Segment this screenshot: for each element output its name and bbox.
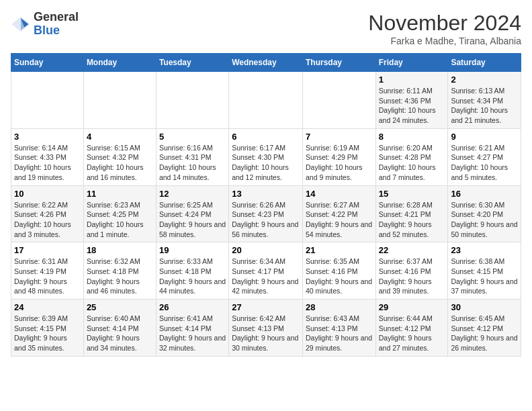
day-number: 19	[159, 245, 226, 255]
day-number: 16	[451, 189, 518, 199]
day-info: Sunrise: 6:31 AMSunset: 4:19 PMDaylight:…	[14, 257, 81, 296]
day-number: 29	[379, 302, 445, 312]
day-number: 10	[14, 189, 81, 199]
day-info: Sunrise: 6:41 AMSunset: 4:14 PMDaylight:…	[159, 314, 226, 353]
logo: General Blue	[11, 11, 79, 38]
day-info: Sunrise: 6:35 AMSunset: 4:16 PMDaylight:…	[306, 257, 373, 296]
day-number: 25	[87, 302, 153, 312]
day-info: Sunrise: 6:22 AMSunset: 4:26 PMDaylight:…	[14, 200, 81, 240]
calendar-table: SundayMondayTuesdayWednesdayThursdayFrid…	[11, 53, 521, 357]
calendar-cell: 10Sunrise: 6:22 AMSunset: 4:26 PMDayligh…	[11, 185, 84, 242]
day-info: Sunrise: 6:37 AMSunset: 4:16 PMDaylight:…	[379, 257, 445, 296]
day-number: 6	[232, 132, 300, 142]
calendar-cell: 20Sunrise: 6:34 AMSunset: 4:17 PMDayligh…	[229, 242, 303, 300]
day-info: Sunrise: 6:33 AMSunset: 4:18 PMDaylight:…	[159, 257, 226, 296]
header-saturday: Saturday	[448, 54, 521, 72]
day-number: 26	[159, 302, 226, 312]
calendar-cell: 23Sunrise: 6:38 AMSunset: 4:15 PMDayligh…	[448, 242, 521, 300]
day-number: 7	[306, 132, 373, 142]
day-info: Sunrise: 6:44 AMSunset: 4:12 PMDaylight:…	[379, 314, 445, 353]
day-number: 11	[87, 189, 153, 199]
calendar-cell	[229, 72, 303, 129]
calendar-cell	[83, 72, 156, 129]
day-number: 30	[451, 302, 518, 312]
day-info: Sunrise: 6:27 AMSunset: 4:22 PMDaylight:…	[306, 200, 373, 240]
calendar-cell: 6Sunrise: 6:17 AMSunset: 4:30 PMDaylight…	[229, 128, 303, 185]
calendar-cell: 24Sunrise: 6:39 AMSunset: 4:15 PMDayligh…	[11, 300, 84, 357]
calendar-cell: 4Sunrise: 6:15 AMSunset: 4:32 PMDaylight…	[83, 128, 156, 185]
calendar-cell: 19Sunrise: 6:33 AMSunset: 4:18 PMDayligh…	[156, 242, 228, 300]
day-number: 24	[14, 302, 81, 312]
calendar-cell	[156, 72, 228, 129]
logo-icon	[11, 14, 31, 34]
calendar-cell	[302, 72, 375, 129]
page-header: General Blue November 2024 Farka e Madhe…	[11, 11, 521, 46]
day-info: Sunrise: 6:19 AMSunset: 4:29 PMDaylight:…	[306, 143, 373, 183]
day-info: Sunrise: 6:15 AMSunset: 4:32 PMDaylight:…	[87, 143, 153, 183]
day-number: 13	[232, 189, 300, 199]
day-number: 22	[379, 245, 445, 255]
day-info: Sunrise: 6:28 AMSunset: 4:21 PMDaylight:…	[379, 200, 445, 240]
day-number: 12	[159, 189, 226, 199]
calendar-cell: 8Sunrise: 6:20 AMSunset: 4:28 PMDaylight…	[375, 128, 448, 185]
day-info: Sunrise: 6:17 AMSunset: 4:30 PMDaylight:…	[232, 143, 300, 183]
calendar-week-row: 17Sunrise: 6:31 AMSunset: 4:19 PMDayligh…	[11, 242, 521, 300]
calendar-cell: 13Sunrise: 6:26 AMSunset: 4:23 PMDayligh…	[229, 185, 303, 242]
calendar-cell: 15Sunrise: 6:28 AMSunset: 4:21 PMDayligh…	[375, 185, 448, 242]
header-monday: Monday	[83, 54, 156, 72]
day-info: Sunrise: 6:25 AMSunset: 4:24 PMDaylight:…	[159, 200, 226, 240]
day-info: Sunrise: 6:14 AMSunset: 4:33 PMDaylight:…	[14, 143, 81, 183]
day-info: Sunrise: 6:21 AMSunset: 4:27 PMDaylight:…	[451, 143, 518, 183]
day-number: 8	[379, 132, 445, 142]
calendar-cell: 18Sunrise: 6:32 AMSunset: 4:18 PMDayligh…	[83, 242, 156, 300]
day-number: 17	[14, 245, 81, 255]
day-info: Sunrise: 6:11 AMSunset: 4:36 PMDaylight:…	[379, 86, 445, 126]
calendar-cell	[11, 72, 84, 129]
day-info: Sunrise: 6:13 AMSunset: 4:34 PMDaylight:…	[451, 86, 518, 126]
day-info: Sunrise: 6:43 AMSunset: 4:13 PMDaylight:…	[306, 314, 373, 353]
day-number: 2	[451, 75, 518, 85]
calendar-cell: 3Sunrise: 6:14 AMSunset: 4:33 PMDaylight…	[11, 128, 84, 185]
day-number: 5	[159, 132, 226, 142]
calendar-cell: 11Sunrise: 6:23 AMSunset: 4:25 PMDayligh…	[83, 185, 156, 242]
month-title: November 2024	[368, 11, 521, 36]
day-info: Sunrise: 6:23 AMSunset: 4:25 PMDaylight:…	[87, 200, 153, 240]
day-number: 20	[232, 245, 300, 255]
calendar-cell: 9Sunrise: 6:21 AMSunset: 4:27 PMDaylight…	[448, 128, 521, 185]
calendar-week-row: 24Sunrise: 6:39 AMSunset: 4:15 PMDayligh…	[11, 300, 521, 357]
calendar-week-row: 10Sunrise: 6:22 AMSunset: 4:26 PMDayligh…	[11, 185, 521, 242]
calendar-cell: 30Sunrise: 6:45 AMSunset: 4:12 PMDayligh…	[448, 300, 521, 357]
day-number: 23	[451, 245, 518, 255]
day-number: 4	[87, 132, 153, 142]
day-info: Sunrise: 6:42 AMSunset: 4:13 PMDaylight:…	[232, 314, 300, 353]
calendar-cell: 28Sunrise: 6:43 AMSunset: 4:13 PMDayligh…	[302, 300, 375, 357]
calendar-cell: 14Sunrise: 6:27 AMSunset: 4:22 PMDayligh…	[302, 185, 375, 242]
location: Farka e Madhe, Tirana, Albania	[368, 36, 521, 46]
logo-blue-text: Blue	[34, 24, 79, 38]
calendar-cell: 17Sunrise: 6:31 AMSunset: 4:19 PMDayligh…	[11, 242, 84, 300]
logo-general-text: General	[34, 11, 79, 24]
day-info: Sunrise: 6:40 AMSunset: 4:14 PMDaylight:…	[87, 314, 153, 353]
calendar-cell: 25Sunrise: 6:40 AMSunset: 4:14 PMDayligh…	[83, 300, 156, 357]
day-info: Sunrise: 6:26 AMSunset: 4:23 PMDaylight:…	[232, 200, 300, 240]
header-tuesday: Tuesday	[156, 54, 228, 72]
calendar-cell: 26Sunrise: 6:41 AMSunset: 4:14 PMDayligh…	[156, 300, 228, 357]
calendar-cell: 27Sunrise: 6:42 AMSunset: 4:13 PMDayligh…	[229, 300, 303, 357]
day-number: 14	[306, 189, 373, 199]
day-info: Sunrise: 6:34 AMSunset: 4:17 PMDaylight:…	[232, 257, 300, 296]
day-info: Sunrise: 6:32 AMSunset: 4:18 PMDaylight:…	[87, 257, 153, 296]
day-number: 27	[232, 302, 300, 312]
day-info: Sunrise: 6:30 AMSunset: 4:20 PMDaylight:…	[451, 200, 518, 240]
day-number: 1	[379, 75, 445, 85]
day-info: Sunrise: 6:38 AMSunset: 4:15 PMDaylight:…	[451, 257, 518, 296]
calendar-cell: 12Sunrise: 6:25 AMSunset: 4:24 PMDayligh…	[156, 185, 228, 242]
calendar-cell: 22Sunrise: 6:37 AMSunset: 4:16 PMDayligh…	[375, 242, 448, 300]
calendar-cell: 29Sunrise: 6:44 AMSunset: 4:12 PMDayligh…	[375, 300, 448, 357]
day-info: Sunrise: 6:39 AMSunset: 4:15 PMDaylight:…	[14, 314, 81, 353]
day-info: Sunrise: 6:16 AMSunset: 4:31 PMDaylight:…	[159, 143, 226, 183]
calendar-cell: 16Sunrise: 6:30 AMSunset: 4:20 PMDayligh…	[448, 185, 521, 242]
title-area: November 2024 Farka e Madhe, Tirana, Alb…	[368, 11, 521, 46]
day-number: 21	[306, 245, 373, 255]
header-wednesday: Wednesday	[229, 54, 303, 72]
calendar-week-row: 3Sunrise: 6:14 AMSunset: 4:33 PMDaylight…	[11, 128, 521, 185]
